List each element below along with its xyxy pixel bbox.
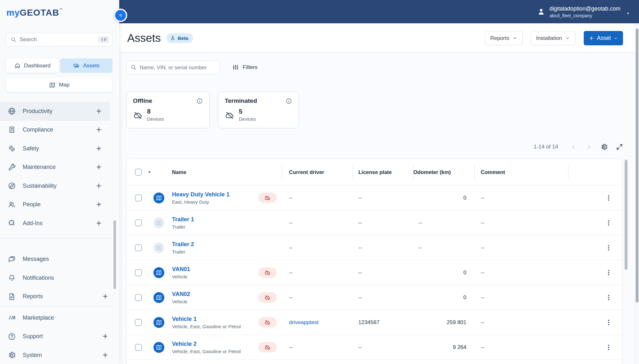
beta-label: Beta bbox=[178, 35, 188, 41]
sidebar: myGEOTAB™ ⇧F DashboardAssets Map Product… bbox=[0, 0, 119, 364]
sidebar-item-reports[interactable]: Reports+ bbox=[0, 287, 110, 306]
asset-subtitle: Vehicle bbox=[172, 274, 190, 279]
sidebar-item-productivity[interactable]: Productivity+ bbox=[0, 102, 110, 121]
expand-plus-icon[interactable]: + bbox=[103, 292, 108, 301]
table-body: Heavy Duty Vehicle 1East, Heavy Duty----… bbox=[127, 185, 622, 364]
expand-plus-icon[interactable]: + bbox=[96, 163, 101, 171]
sidebar-search-input[interactable] bbox=[19, 36, 95, 43]
asset-name-link[interactable]: Trailer 2 bbox=[172, 241, 194, 248]
filters-button[interactable]: Filters bbox=[232, 64, 257, 71]
row-checkbox[interactable] bbox=[135, 269, 142, 276]
column-header-license-plate[interactable]: License plate bbox=[353, 159, 413, 185]
table-row: VAN02Vehicle----0-- bbox=[127, 285, 622, 310]
asset-name-link[interactable]: Vehicle 2 bbox=[172, 341, 241, 347]
expand-plus-icon[interactable]: + bbox=[103, 351, 108, 360]
nav-divider bbox=[0, 238, 110, 239]
sort-caret-icon[interactable] bbox=[147, 170, 152, 175]
asset-name-link[interactable]: VAN01 bbox=[172, 266, 190, 273]
filters-icon bbox=[232, 64, 239, 71]
expand-plus-icon[interactable]: + bbox=[96, 219, 101, 228]
sidebar-item-label: Messages bbox=[23, 256, 108, 262]
row-checkbox[interactable] bbox=[135, 219, 142, 226]
kebab-menu-icon[interactable] bbox=[605, 319, 612, 326]
map-button[interactable]: Map bbox=[6, 78, 113, 92]
asset-search-input[interactable] bbox=[140, 64, 216, 71]
select-all-checkbox[interactable] bbox=[135, 169, 142, 176]
sidebar-item-notifications[interactable]: Notifications bbox=[0, 269, 110, 287]
row-checkbox[interactable] bbox=[135, 319, 142, 326]
asset-name-link[interactable]: Vehicle 1 bbox=[172, 316, 241, 322]
sidebar-tab-dashboard[interactable]: Dashboard bbox=[6, 58, 58, 73]
offline-badge bbox=[258, 267, 277, 278]
sidebar-item-sustainability[interactable]: Sustainability+ bbox=[0, 177, 110, 195]
window-scrollbar[interactable] bbox=[635, 23, 639, 364]
kebab-menu-icon[interactable] bbox=[605, 344, 612, 351]
asset-name-link[interactable]: Heavy Duty Vehicle 1 bbox=[172, 191, 230, 198]
sidebar-item-maintenance[interactable]: Maintenance+ bbox=[0, 158, 110, 177]
map-icon bbox=[153, 267, 164, 278]
sidebar-item-safety[interactable]: Safety+ bbox=[0, 139, 110, 158]
sidebar-scrollbar-thumb[interactable] bbox=[113, 220, 116, 289]
expand-plus-icon[interactable]: + bbox=[96, 107, 101, 116]
kebab-menu-icon[interactable] bbox=[605, 219, 612, 227]
cloud-off-icon bbox=[264, 195, 271, 201]
search-icon bbox=[130, 64, 137, 71]
offline-card[interactable]: Offline 8 Devices bbox=[126, 92, 210, 128]
asset-subtitle: East, Heavy Duty bbox=[172, 199, 230, 205]
column-header-name[interactable]: Name bbox=[153, 159, 258, 185]
info-icon[interactable] bbox=[285, 98, 292, 104]
reports-button[interactable]: Reports bbox=[485, 31, 523, 45]
nav-group-secondary: MessagesNotificationsReports+ bbox=[0, 250, 110, 306]
asset-name-cell: Vehicle 1Vehicle, East, Gasoline or Petr… bbox=[153, 316, 258, 329]
row-checkbox[interactable] bbox=[135, 244, 142, 251]
map-off-icon bbox=[153, 217, 164, 228]
pagination-range: 1-14 of 14 bbox=[534, 144, 558, 150]
terminated-card[interactable]: Terminated 5 Devices bbox=[218, 92, 299, 128]
table-settings-icon[interactable] bbox=[600, 143, 608, 151]
asset-name-link[interactable]: Trailer 1 bbox=[172, 216, 194, 223]
license-plate-cell: -- bbox=[353, 344, 413, 351]
next-page-icon[interactable] bbox=[585, 143, 593, 151]
comment-cell: -- bbox=[474, 344, 568, 351]
window-scrollbar-thumb[interactable] bbox=[636, 29, 638, 302]
asset-name-cell: Trailer 1Trailer bbox=[153, 216, 258, 230]
kebab-menu-icon[interactable] bbox=[605, 294, 612, 301]
expand-plus-icon[interactable]: + bbox=[96, 182, 101, 190]
sidebar-item-compliance[interactable]: Compliance+ bbox=[0, 121, 110, 140]
expand-plus-icon[interactable]: + bbox=[96, 144, 101, 153]
user-menu[interactable]: digitaladoption@geotab.com abcd_fleet_co… bbox=[537, 5, 631, 18]
expand-plus-icon[interactable]: + bbox=[103, 332, 108, 341]
row-checkbox[interactable] bbox=[135, 294, 142, 301]
column-header-current-driver[interactable]: Current driver bbox=[282, 159, 353, 185]
sidebar-item-system[interactable]: System+ bbox=[0, 346, 110, 364]
add-asset-button[interactable]: Asset bbox=[584, 31, 623, 45]
installation-button[interactable]: Installation bbox=[531, 31, 575, 45]
sidebar-item-marketplace[interactable]: Marketplace bbox=[0, 308, 110, 327]
driver-link[interactable]: driveapptest bbox=[289, 319, 319, 325]
expand-plus-icon[interactable]: + bbox=[96, 125, 101, 134]
current-driver-cell: driveapptest bbox=[282, 319, 353, 326]
row-checkbox[interactable] bbox=[135, 344, 142, 351]
kebab-menu-icon[interactable] bbox=[605, 194, 612, 202]
sidebar-tab-assets[interactable]: Assets bbox=[60, 58, 113, 73]
asset-name-link[interactable]: VAN02 bbox=[172, 291, 190, 298]
kebab-menu-icon[interactable] bbox=[605, 269, 612, 277]
kebab-menu-icon[interactable] bbox=[605, 244, 612, 252]
sidebar-item-messages[interactable]: Messages bbox=[0, 250, 110, 269]
fullscreen-icon[interactable] bbox=[616, 143, 623, 151]
table-scrollbar-thumb[interactable] bbox=[625, 160, 627, 270]
odometer-cell: -- bbox=[413, 220, 474, 226]
sidebar-item-people[interactable]: People+ bbox=[0, 195, 110, 214]
row-checkbox[interactable] bbox=[135, 194, 142, 201]
column-header-comment[interactable]: Comment bbox=[474, 159, 568, 185]
prev-page-icon[interactable] bbox=[570, 143, 577, 151]
sidebar-item-add-ins[interactable]: Add-Ins+ bbox=[0, 214, 110, 233]
map-icon bbox=[153, 193, 164, 203]
expand-plus-icon[interactable]: + bbox=[96, 200, 101, 209]
info-icon[interactable] bbox=[196, 98, 203, 104]
current-driver-cell: -- bbox=[282, 220, 353, 226]
sidebar-collapse-button[interactable] bbox=[114, 9, 127, 22]
column-header-odometer[interactable]: Odometer (km) bbox=[413, 159, 474, 185]
sidebar-item-support[interactable]: Support+ bbox=[0, 327, 110, 346]
content-area: Filters Offline 8 Devices bbox=[119, 53, 635, 364]
